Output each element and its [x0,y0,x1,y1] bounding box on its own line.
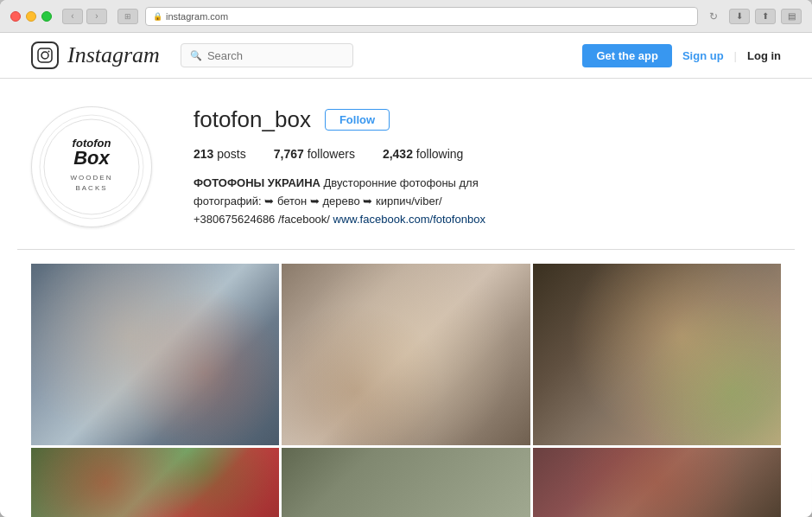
browser-window: ‹ › ⊞ 🔒 instagram.com ↻ ⬇ ⬆ ▤ [0,0,812,517]
svg-rect-0 [38,48,52,62]
sidebar-toggle[interactable]: ⊞ [117,9,138,24]
svg-text:WOODEN: WOODEN [71,174,113,182]
grid-item-6[interactable] [533,448,781,517]
posts-label: posts [217,147,245,161]
instagram-logo-text: Instagram [67,42,160,68]
avatar-area: fotofon Box WOODEN BACKS [31,106,152,228]
login-link[interactable]: Log in [747,49,781,62]
following-count: 2,432 [383,147,413,161]
grid-item-4[interactable] [31,448,279,517]
title-bar: ‹ › ⊞ 🔒 instagram.com ↻ ⬇ ⬆ ▤ [0,0,812,33]
logo-area: Instagram [31,41,160,69]
traffic-lights [10,11,52,22]
bio-section: ФОТОФОНЫ УКРАИНА Двусторонние фотофоны д… [193,175,781,228]
url-text: instagram.com [166,11,228,22]
grid-row-2 [31,448,781,517]
profile-info: fotofon_box Follow 213 posts 7,767 follo… [193,106,781,228]
address-bar[interactable]: 🔒 instagram.com [145,7,698,26]
bio-line-1: ФОТОФОНЫ УКРАИНА Двусторонние фотофоны д… [193,175,781,193]
grid-row-1 [31,264,781,445]
stats-row: 213 posts 7,767 followers 2,432 followin… [193,147,781,161]
bio-line-3: +380675624686 /facebook/ www.facebook.co… [193,211,781,229]
search-bar[interactable]: 🔍 [181,43,353,67]
signup-link[interactable]: Sign up [682,49,724,62]
svg-point-1 [41,52,48,59]
refresh-button[interactable]: ↻ [705,9,722,24]
lock-icon: 🔒 [153,12,162,21]
grid-item-1[interactable] [31,264,279,445]
following-stat: 2,432 following [383,147,463,161]
grid-item-3[interactable] [533,264,781,445]
bio-bold: ФОТОФОНЫ УКРАИНА [193,176,320,189]
get-app-button[interactable]: Get the app [582,44,672,67]
sidebar-icon[interactable]: ▤ [781,9,802,24]
posts-stat: 213 posts [193,147,246,161]
followers-label: followers [308,147,355,161]
forward-button[interactable]: › [86,9,107,24]
header-actions: Get the app Sign up | Log in [582,44,781,67]
profile-username: fotofon_box [193,106,311,133]
page-content: Instagram 🔍 Get the app Sign up | Log in [0,33,812,517]
avatar: fotofon Box WOODEN BACKS [31,106,152,227]
grid-item-2[interactable] [282,264,530,445]
minimize-button[interactable] [26,11,36,22]
grid-item-5[interactable] [282,448,530,517]
search-icon: 🔍 [190,50,202,61]
following-label: following [416,147,463,161]
maximize-button[interactable] [41,11,52,22]
followers-count: 7,767 [274,147,304,161]
back-button[interactable]: ‹ [62,9,83,24]
bio-line-2: фотографий: ➥ бетон ➥ дерево ➥ кирпич/vi… [193,193,781,211]
followers-stat: 7,767 followers [274,147,355,161]
photo-grid [17,249,795,517]
profile-section: fotofon Box WOODEN BACKS fotofon_box Fol… [17,79,795,249]
svg-text:BACKS: BACKS [75,184,107,192]
follow-button[interactable]: Follow [325,109,390,131]
search-input[interactable] [207,49,344,62]
toolbar-right: ⬇ ⬆ ▤ [729,9,802,24]
svg-text:Box: Box [73,147,110,169]
svg-point-2 [48,51,50,53]
close-button[interactable] [10,11,21,22]
share-icon[interactable]: ⬆ [755,9,776,24]
nav-buttons: ‹ › [62,9,107,24]
download-icon[interactable]: ⬇ [729,9,750,24]
divider: | [734,49,737,62]
instagram-header: Instagram 🔍 Get the app Sign up | Log in [0,33,812,79]
bio-link[interactable]: www.facebook.com/fotofonbox [333,213,485,226]
profile-name-row: fotofon_box Follow [193,106,781,133]
instagram-camera-icon [31,41,59,69]
posts-count: 213 [193,147,213,161]
